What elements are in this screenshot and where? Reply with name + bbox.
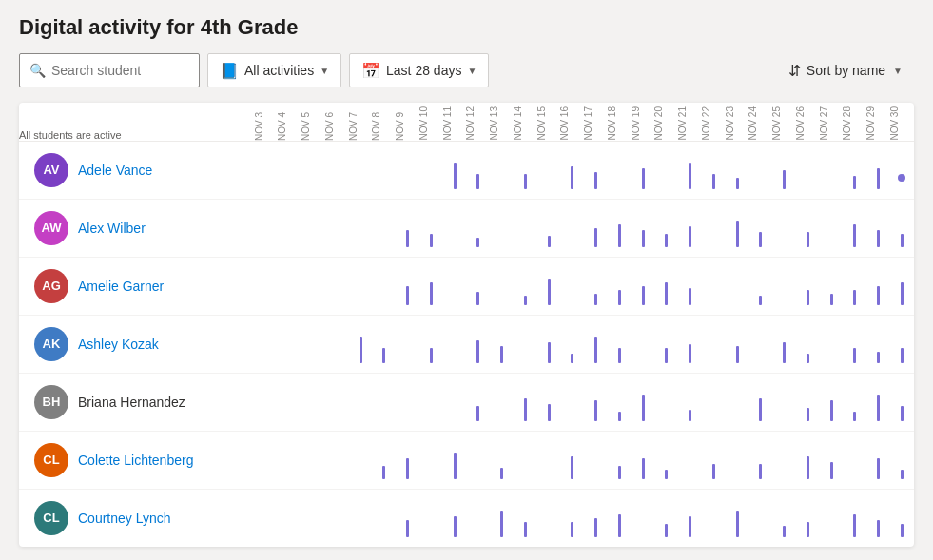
activity-bar xyxy=(642,395,645,421)
activity-cell xyxy=(890,489,914,547)
activity-bar xyxy=(406,520,409,537)
activity-bar xyxy=(830,294,833,305)
activity-cell xyxy=(678,315,702,373)
activity-cell xyxy=(396,257,419,315)
activity-cell xyxy=(726,489,749,547)
activity-cell xyxy=(301,431,325,489)
student-name[interactable]: Adele Vance xyxy=(78,163,152,178)
activity-bar xyxy=(571,354,573,363)
student-cell[interactable]: AV Adele Vance xyxy=(19,141,255,199)
student-name[interactable]: Briana Hernandez xyxy=(78,395,185,410)
activity-bar xyxy=(476,292,479,305)
page-container: Digital activity for 4th Grade 🔍 📘 All a… xyxy=(0,0,933,560)
activity-bar xyxy=(783,170,786,189)
activity-bar xyxy=(877,352,880,363)
activity-bar xyxy=(454,453,457,479)
activity-bar-container xyxy=(349,325,373,363)
student-name[interactable]: Amelie Garner xyxy=(78,279,164,294)
student-name[interactable]: Alex Wilber xyxy=(78,221,146,236)
activity-bar-container xyxy=(772,151,796,189)
header-date: NOV 25 xyxy=(772,103,796,141)
activity-bar-container xyxy=(890,383,914,421)
student-cell[interactable]: AK Ashley Kozak xyxy=(19,315,255,373)
activity-cell xyxy=(372,431,396,489)
activity-cell xyxy=(537,199,561,257)
student-name[interactable]: Courtney Lynch xyxy=(78,511,171,526)
activity-cell xyxy=(772,431,796,489)
header-date: NOV 13 xyxy=(490,103,514,141)
activity-cell xyxy=(255,431,279,489)
header-date: NOV 11 xyxy=(443,103,467,141)
activity-cell xyxy=(702,257,726,315)
activity-bar xyxy=(406,458,409,479)
activity-cell xyxy=(419,141,443,199)
activity-cell xyxy=(702,199,726,257)
search-box[interactable]: 🔍 xyxy=(19,53,200,87)
activity-bar-container xyxy=(608,441,632,479)
activity-cell xyxy=(325,431,349,489)
sort-label: Sort by name xyxy=(807,63,885,78)
activity-bar xyxy=(618,412,621,421)
activity-cell xyxy=(537,257,561,315)
search-input[interactable] xyxy=(51,63,189,78)
activity-bar xyxy=(853,290,856,305)
activity-table: All students are active NOV 3NOV 4NOV 5N… xyxy=(19,103,914,547)
activity-bar-container xyxy=(490,499,514,537)
activity-bar-container xyxy=(654,441,678,479)
student-cell[interactable]: AW Alex Wilber xyxy=(19,199,255,257)
activity-cell xyxy=(890,431,914,489)
activity-cell xyxy=(654,373,678,431)
activity-bar xyxy=(430,282,433,305)
header-date: NOV 16 xyxy=(560,103,584,141)
activity-cell xyxy=(396,141,419,199)
header-student: All students are active xyxy=(19,103,255,141)
header-date: NOV 20 xyxy=(654,103,678,141)
chevron-down-icon: ▼ xyxy=(320,66,329,76)
activity-bar xyxy=(406,230,409,247)
student-cell[interactable]: CL Courtney Lynch xyxy=(19,489,255,547)
activity-bar xyxy=(594,337,597,363)
sort-button[interactable]: ⇵ Sort by name ▼ xyxy=(777,57,914,85)
activity-cell xyxy=(255,315,279,373)
activity-bar xyxy=(689,226,691,247)
student-cell[interactable]: CL Colette Lichtenberg xyxy=(19,431,255,489)
activity-bar-container xyxy=(632,267,655,305)
student-name[interactable]: Colette Lichtenberg xyxy=(78,453,193,468)
activity-bar-container xyxy=(772,325,796,363)
activity-bar-container xyxy=(678,383,702,421)
activities-label: All activities xyxy=(244,63,314,78)
activity-bar xyxy=(877,230,880,247)
activity-cell xyxy=(584,431,608,489)
activity-bar-container xyxy=(866,499,890,537)
activity-bar-container xyxy=(584,151,608,189)
activity-bar xyxy=(901,234,904,247)
student-name[interactable]: Ashley Kozak xyxy=(78,337,159,352)
activity-bar xyxy=(524,174,527,189)
activity-bar xyxy=(665,348,668,363)
activity-bar-container xyxy=(796,499,820,537)
activity-cell xyxy=(255,141,279,199)
days-filter-button[interactable]: 📅 Last 28 days ▼ xyxy=(349,53,489,87)
activity-bar-container xyxy=(537,267,561,305)
header-date: NOV 19 xyxy=(632,103,655,141)
activity-bar xyxy=(594,172,597,189)
activity-bar xyxy=(524,398,527,421)
activity-bar-container xyxy=(608,383,632,421)
activity-bar-container xyxy=(702,151,726,189)
activity-cell xyxy=(632,315,655,373)
activity-bar-container xyxy=(843,499,866,537)
activity-bar-container xyxy=(372,325,396,363)
activity-bar xyxy=(594,228,597,247)
avatar: AW xyxy=(34,211,68,245)
activities-filter-button[interactable]: 📘 All activities ▼ xyxy=(207,53,341,87)
activity-cell xyxy=(843,141,866,199)
activity-cell xyxy=(514,373,537,431)
activity-bar-container xyxy=(654,267,678,305)
activity-bar xyxy=(689,516,691,537)
activity-cell xyxy=(843,373,866,431)
activity-bar xyxy=(759,464,762,479)
student-cell[interactable]: AG Amelie Garner xyxy=(19,257,255,315)
activity-bar xyxy=(877,168,880,189)
activity-bar xyxy=(476,174,479,189)
student-cell[interactable]: BH Briana Hernandez xyxy=(19,373,255,431)
